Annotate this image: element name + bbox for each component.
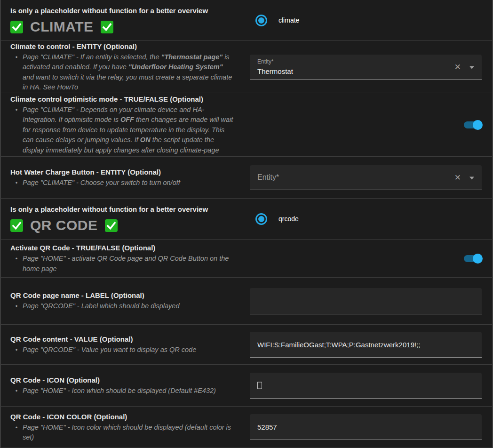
field-value: Thermostat [257,67,293,75]
row-description: • Page "CLIMATE" - Depends on your clima… [10,105,239,156]
row-activate-qrcode-control [250,240,492,277]
section-heading-qrcode: QR CODE [10,217,239,233]
row-optimistic-mode-text: Climate control optimistic mode - TRUE/F… [1,93,250,156]
optimistic-mode-toggle[interactable] [464,121,482,128]
radio-label: qrcode [278,215,299,223]
row-climate-placeholder-text: Is only a placeholder without function f… [1,0,250,40]
row-qrcode-icon: QR Code - ICON (Optional) • Page "HOME" … [1,365,492,407]
radio-option-qrcode[interactable]: qrcode [250,213,299,225]
row-title: QR Code content - VALUE (Optional) [10,334,239,344]
bullet-icon: • [10,345,23,355]
row-description: • Page "HOME" - Icon which should be dis… [10,386,239,396]
row-title: QR Code page name - LABEL (Optional) [10,290,239,300]
row-title: Is only a placeholder without function f… [10,204,239,214]
bullet-icon: • [10,386,23,396]
missing-glyph-box [257,382,262,389]
entity-select-thermostat[interactable]: Entity* Thermostat ✕ [250,55,482,80]
row-description: • Page "QRCODE" - Label which should be … [10,301,239,312]
bullet-icon: • [10,254,23,274]
section-heading-climate: CLIMATE [10,19,239,35]
row-climate-entity: Climate to control - ENTITY (Optional) •… [1,41,492,93]
row-qrcode-placeholder-text: Is only a placeholder without function f… [1,199,250,239]
row-title: Climate control optimistic mode - TRUE/F… [10,94,239,104]
row-description: • Page "HOME" - activate QR Code page an… [10,254,239,274]
row-qrcode-content-control: WIFI:S:FamilieOGast;T:WPA;P:Gastnetzwerk… [250,325,492,364]
field-value: WIFI:S:FamilieOGast;T:WPA;P:Gastnetzwerk… [257,340,420,348]
radio-selected-icon[interactable] [255,213,267,225]
clear-x-icon[interactable]: ✕ [454,173,461,181]
row-title: Hot Water Charge Button - ENTITY (Option… [10,167,239,177]
radio-selected-icon[interactable] [255,15,267,26]
row-description-text: Page "CLIMATE" - If an entity is selecte… [23,52,235,93]
toggle-thumb[interactable] [473,254,483,264]
row-climate-entity-text: Climate to control - ENTITY (Optional) •… [1,41,250,93]
row-climate-placeholder: Is only a placeholder without function f… [1,0,492,41]
bullet-icon: • [10,52,23,93]
row-hot-water-entity: Hot Water Charge Button - ENTITY (Option… [1,157,492,199]
row-hot-water-entity-text: Hot Water Charge Button - ENTITY (Option… [1,157,250,198]
row-description-text: Page "QRCODE" - Label which should be di… [23,301,180,312]
row-description-text: Page "HOME" - Icon which should be displ… [23,386,216,396]
bullet-icon: • [10,105,23,156]
row-optimistic-mode: Climate control optimistic mode - TRUE/F… [1,93,492,157]
row-title: Activate QR Code - TRUE/FALSE (Optional) [10,243,239,253]
row-title: QR Code - ICON (Optional) [10,375,239,385]
check-emoji-icon [10,21,23,33]
field-placeholder: Entity* [257,173,279,182]
row-qrcode-icon-color: QR Code - ICON COLOR (Optional) • Page "… [1,407,492,448]
bullet-icon: • [10,423,23,443]
row-title: Climate to control - ENTITY (Optional) [10,41,239,51]
check-emoji-icon [101,21,113,33]
row-hot-water-entity-control: Entity* ✕ [250,157,492,198]
row-title: QR Code - ICON COLOR (Optional) [10,412,239,422]
qrcode-icon-color-input[interactable]: 52857 [250,414,482,440]
bullet-icon: • [10,178,23,188]
row-activate-qrcode: Activate QR Code - TRUE/FALSE (Optional)… [1,240,492,278]
row-description-text: Page "CLIMATE" - Depends on your climate… [23,105,235,156]
row-qrcode-icon-color-control: 52857 [250,407,492,448]
activate-qrcode-toggle[interactable] [464,255,482,262]
toggle-thumb[interactable] [473,120,483,130]
qrcode-content-input[interactable]: WIFI:S:FamilieOGast;T:WPA;P:Gastnetzwerk… [250,332,482,358]
row-description-text: Page "CLIMATE" - Choose your switch to t… [23,178,180,188]
section-heading-label: QR CODE [30,217,98,233]
row-description-text: Page "HOME" - activate QR Code page and … [23,254,235,274]
row-optimistic-mode-control [250,93,492,156]
field-label: Entity* [257,58,274,65]
caret-down-icon[interactable] [469,66,474,69]
check-emoji-icon [10,219,23,232]
row-qrcode-icon-color-text: QR Code - ICON COLOR (Optional) • Page "… [1,407,250,448]
row-description-text: Page "QRCODE" - Value you want to displa… [23,345,196,355]
row-qrcode-placeholder-control: qrcode [250,199,492,239]
row-qrcode-placeholder: Is only a placeholder without function f… [1,199,492,240]
row-qrcode-icon-control [250,365,492,406]
row-qrcode-icon-text: QR Code - ICON (Optional) • Page "HOME" … [1,365,250,406]
entity-select-empty[interactable]: Entity* ✕ [250,165,482,190]
row-title: Is only a placeholder without function f… [10,6,239,16]
row-description: • Page "HOME" - Icon color which should … [10,423,239,443]
blueprint-config-panel: Is only a placeholder without function f… [0,0,493,448]
radio-label: climate [278,16,299,24]
row-qrcode-content-text: QR Code content - VALUE (Optional) • Pag… [1,325,250,364]
row-activate-qrcode-text: Activate QR Code - TRUE/FALSE (Optional)… [1,240,250,277]
qrcode-icon-input[interactable] [250,373,482,399]
radio-option-climate[interactable]: climate [250,15,299,26]
field-value: 52857 [257,423,277,431]
row-qrcode-page-name-text: QR Code page name - LABEL (Optional) • P… [1,278,250,324]
row-climate-placeholder-control: climate [250,0,492,40]
caret-down-icon[interactable] [469,176,474,179]
row-climate-entity-control: Entity* Thermostat ✕ [250,41,492,93]
row-qrcode-page-name-control [250,278,492,324]
row-description: • Page "QRCODE" - Value you want to disp… [10,345,239,355]
row-qrcode-content: QR Code content - VALUE (Optional) • Pag… [1,325,492,365]
row-description-text: Page "HOME" - Icon color which should be… [23,423,235,443]
row-description: • Page "CLIMATE" - If an entity is selec… [10,52,239,93]
section-heading-label: CLIMATE [30,19,94,35]
qrcode-page-name-input[interactable] [250,288,482,314]
row-description: • Page "CLIMATE" - Choose your switch to… [10,178,239,188]
row-qrcode-page-name: QR Code page name - LABEL (Optional) • P… [1,278,492,325]
clear-x-icon[interactable]: ✕ [454,63,461,71]
bullet-icon: • [10,301,23,312]
check-emoji-icon [105,219,118,232]
